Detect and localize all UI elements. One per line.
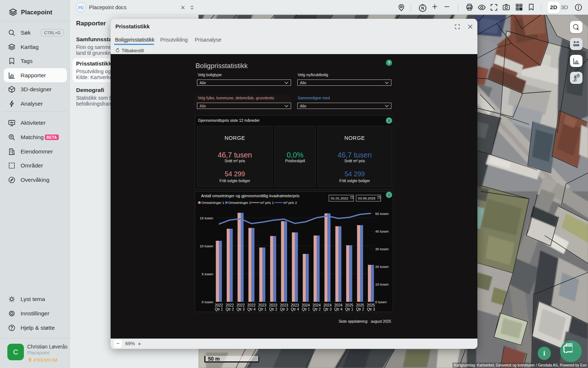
svg-text:Qtr 4: Qtr 4 [291, 307, 299, 311]
svg-text:01.01.2022: 01.01.2022 [331, 196, 348, 200]
svg-text:Qtr 4: Qtr 4 [247, 307, 256, 311]
svg-text:03.08.2025: 03.08.2025 [358, 196, 376, 200]
svg-text:Qtr 2: Qtr 2 [356, 307, 365, 311]
svg-text:Qtr 2: Qtr 2 [226, 307, 234, 311]
svg-text:15 tusen: 15 tusen [200, 216, 213, 220]
svg-text:2025: 2025 [356, 303, 365, 307]
svg-text:30 tusen: 30 tusen [375, 247, 388, 251]
svg-text:Qtr 2: Qtr 2 [312, 307, 321, 311]
svg-text:10 tusen: 10 tusen [200, 244, 213, 248]
svg-text:2022: 2022 [247, 303, 256, 307]
svg-text:Qtr 1: Qtr 1 [258, 307, 267, 311]
svg-text:Omsetninger 1: Omsetninger 1 [201, 201, 224, 205]
svg-text:0 tusen: 0 tusen [375, 300, 387, 304]
svg-text:m² pris 1: m² pris 1 [260, 201, 274, 205]
svg-text:Qtr 3: Qtr 3 [367, 307, 375, 311]
svg-text:2025: 2025 [345, 303, 354, 307]
svg-text:N: N [421, 6, 424, 10]
svg-text:2024: 2024 [312, 303, 321, 307]
svg-text:Qtr 3: Qtr 3 [280, 307, 288, 311]
svg-text:2024: 2024 [302, 303, 310, 307]
svg-text:2023: 2023 [280, 303, 288, 307]
svg-text:40 tusen: 40 tusen [375, 229, 388, 233]
svg-text:m² pris 2: m² pris 2 [283, 201, 297, 205]
svg-text:20 tusen: 20 tusen [375, 265, 388, 269]
svg-text:0 tusen: 0 tusen [202, 300, 213, 304]
svg-text:Qtr 3: Qtr 3 [236, 307, 245, 311]
svg-text:2022: 2022 [215, 303, 223, 307]
svg-text:Qtr 4: Qtr 4 [334, 307, 343, 311]
svg-text:Qtr 3: Qtr 3 [323, 307, 332, 311]
svg-text:2024: 2024 [323, 303, 332, 307]
svg-text:2023: 2023 [291, 303, 299, 307]
svg-text:2024: 2024 [334, 303, 343, 307]
svg-text:2023: 2023 [258, 303, 267, 307]
svg-text:Qtr 1: Qtr 1 [302, 307, 310, 311]
svg-text:Omsetninger 2: Omsetninger 2 [228, 201, 251, 205]
svg-text:Qtr 1: Qtr 1 [345, 307, 354, 311]
svg-text:2023: 2023 [269, 303, 277, 307]
svg-text:Qtr 2: Qtr 2 [269, 307, 277, 311]
svg-text:Antall omsetninger og gjennoms: Antall omsetninger og gjennomsnittlig kv… [201, 194, 300, 198]
svg-text:2022: 2022 [236, 303, 245, 307]
svg-text:5 tusen: 5 tusen [202, 272, 213, 276]
svg-text:50 tusen: 50 tusen [375, 212, 388, 216]
svg-text:Qtr 1: Qtr 1 [215, 307, 223, 311]
svg-text:2022: 2022 [226, 303, 234, 307]
svg-text:10 tusen: 10 tusen [375, 282, 388, 286]
svg-text:2025: 2025 [367, 303, 375, 307]
